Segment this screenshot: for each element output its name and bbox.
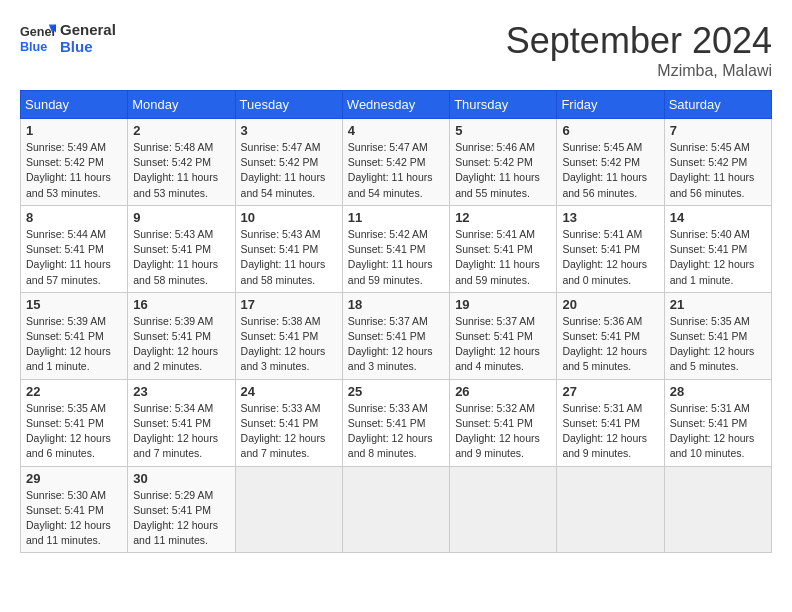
day-number: 13 (562, 210, 658, 225)
day-info: Sunrise: 5:41 AMSunset: 5:41 PMDaylight:… (455, 227, 551, 288)
day-info: Sunrise: 5:47 AMSunset: 5:42 PMDaylight:… (241, 140, 337, 201)
day-number: 12 (455, 210, 551, 225)
day-number: 15 (26, 297, 122, 312)
calendar-cell: 10Sunrise: 5:43 AMSunset: 5:41 PMDayligh… (235, 205, 342, 292)
calendar-cell: 1Sunrise: 5:49 AMSunset: 5:42 PMDaylight… (21, 119, 128, 206)
day-info: Sunrise: 5:46 AMSunset: 5:42 PMDaylight:… (455, 140, 551, 201)
day-number: 20 (562, 297, 658, 312)
calendar-cell: 27Sunrise: 5:31 AMSunset: 5:41 PMDayligh… (557, 379, 664, 466)
day-info: Sunrise: 5:43 AMSunset: 5:41 PMDaylight:… (133, 227, 229, 288)
calendar-table: SundayMondayTuesdayWednesdayThursdayFrid… (20, 90, 772, 553)
day-info: Sunrise: 5:36 AMSunset: 5:41 PMDaylight:… (562, 314, 658, 375)
day-info: Sunrise: 5:40 AMSunset: 5:41 PMDaylight:… (670, 227, 766, 288)
calendar-week-2: 8Sunrise: 5:44 AMSunset: 5:41 PMDaylight… (21, 205, 772, 292)
calendar-cell: 25Sunrise: 5:33 AMSunset: 5:41 PMDayligh… (342, 379, 449, 466)
day-number: 4 (348, 123, 444, 138)
day-number: 25 (348, 384, 444, 399)
day-info: Sunrise: 5:29 AMSunset: 5:41 PMDaylight:… (133, 488, 229, 549)
day-number: 3 (241, 123, 337, 138)
day-info: Sunrise: 5:48 AMSunset: 5:42 PMDaylight:… (133, 140, 229, 201)
calendar-cell: 26Sunrise: 5:32 AMSunset: 5:41 PMDayligh… (450, 379, 557, 466)
day-number: 18 (348, 297, 444, 312)
logo: General Blue General Blue (20, 20, 116, 56)
day-info: Sunrise: 5:37 AMSunset: 5:41 PMDaylight:… (348, 314, 444, 375)
day-number: 6 (562, 123, 658, 138)
calendar-cell: 30Sunrise: 5:29 AMSunset: 5:41 PMDayligh… (128, 466, 235, 553)
day-number: 30 (133, 471, 229, 486)
calendar-cell (450, 466, 557, 553)
calendar-week-3: 15Sunrise: 5:39 AMSunset: 5:41 PMDayligh… (21, 292, 772, 379)
calendar-cell: 8Sunrise: 5:44 AMSunset: 5:41 PMDaylight… (21, 205, 128, 292)
calendar-header-row: SundayMondayTuesdayWednesdayThursdayFrid… (21, 91, 772, 119)
day-info: Sunrise: 5:33 AMSunset: 5:41 PMDaylight:… (348, 401, 444, 462)
day-info: Sunrise: 5:37 AMSunset: 5:41 PMDaylight:… (455, 314, 551, 375)
day-info: Sunrise: 5:39 AMSunset: 5:41 PMDaylight:… (133, 314, 229, 375)
svg-text:Blue: Blue (20, 40, 47, 54)
day-info: Sunrise: 5:30 AMSunset: 5:41 PMDaylight:… (26, 488, 122, 549)
calendar-cell: 23Sunrise: 5:34 AMSunset: 5:41 PMDayligh… (128, 379, 235, 466)
day-number: 21 (670, 297, 766, 312)
day-info: Sunrise: 5:49 AMSunset: 5:42 PMDaylight:… (26, 140, 122, 201)
calendar-cell (664, 466, 771, 553)
logo-icon: General Blue (20, 20, 56, 56)
calendar-cell: 14Sunrise: 5:40 AMSunset: 5:41 PMDayligh… (664, 205, 771, 292)
calendar-cell: 3Sunrise: 5:47 AMSunset: 5:42 PMDaylight… (235, 119, 342, 206)
calendar-cell (235, 466, 342, 553)
column-header-tuesday: Tuesday (235, 91, 342, 119)
calendar-cell: 20Sunrise: 5:36 AMSunset: 5:41 PMDayligh… (557, 292, 664, 379)
page-header: General Blue General Blue September 2024… (20, 20, 772, 80)
calendar-cell: 29Sunrise: 5:30 AMSunset: 5:41 PMDayligh… (21, 466, 128, 553)
calendar-cell: 11Sunrise: 5:42 AMSunset: 5:41 PMDayligh… (342, 205, 449, 292)
column-header-wednesday: Wednesday (342, 91, 449, 119)
calendar-cell: 7Sunrise: 5:45 AMSunset: 5:42 PMDaylight… (664, 119, 771, 206)
day-number: 11 (348, 210, 444, 225)
day-info: Sunrise: 5:35 AMSunset: 5:41 PMDaylight:… (670, 314, 766, 375)
day-number: 9 (133, 210, 229, 225)
calendar-week-5: 29Sunrise: 5:30 AMSunset: 5:41 PMDayligh… (21, 466, 772, 553)
day-number: 8 (26, 210, 122, 225)
calendar-cell: 22Sunrise: 5:35 AMSunset: 5:41 PMDayligh… (21, 379, 128, 466)
calendar-cell: 19Sunrise: 5:37 AMSunset: 5:41 PMDayligh… (450, 292, 557, 379)
calendar-cell: 5Sunrise: 5:46 AMSunset: 5:42 PMDaylight… (450, 119, 557, 206)
day-number: 29 (26, 471, 122, 486)
day-info: Sunrise: 5:34 AMSunset: 5:41 PMDaylight:… (133, 401, 229, 462)
logo-general: General (60, 21, 116, 38)
calendar-cell: 13Sunrise: 5:41 AMSunset: 5:41 PMDayligh… (557, 205, 664, 292)
day-number: 22 (26, 384, 122, 399)
day-number: 7 (670, 123, 766, 138)
month-title: September 2024 (506, 20, 772, 62)
title-block: September 2024 Mzimba, Malawi (506, 20, 772, 80)
calendar-cell: 4Sunrise: 5:47 AMSunset: 5:42 PMDaylight… (342, 119, 449, 206)
day-info: Sunrise: 5:38 AMSunset: 5:41 PMDaylight:… (241, 314, 337, 375)
column-header-thursday: Thursday (450, 91, 557, 119)
calendar-cell: 15Sunrise: 5:39 AMSunset: 5:41 PMDayligh… (21, 292, 128, 379)
location: Mzimba, Malawi (506, 62, 772, 80)
day-number: 16 (133, 297, 229, 312)
calendar-cell: 9Sunrise: 5:43 AMSunset: 5:41 PMDaylight… (128, 205, 235, 292)
day-info: Sunrise: 5:44 AMSunset: 5:41 PMDaylight:… (26, 227, 122, 288)
day-number: 23 (133, 384, 229, 399)
calendar-cell: 17Sunrise: 5:38 AMSunset: 5:41 PMDayligh… (235, 292, 342, 379)
day-number: 10 (241, 210, 337, 225)
day-info: Sunrise: 5:45 AMSunset: 5:42 PMDaylight:… (670, 140, 766, 201)
day-number: 24 (241, 384, 337, 399)
calendar-week-1: 1Sunrise: 5:49 AMSunset: 5:42 PMDaylight… (21, 119, 772, 206)
day-info: Sunrise: 5:42 AMSunset: 5:41 PMDaylight:… (348, 227, 444, 288)
day-info: Sunrise: 5:39 AMSunset: 5:41 PMDaylight:… (26, 314, 122, 375)
day-number: 2 (133, 123, 229, 138)
day-number: 5 (455, 123, 551, 138)
day-info: Sunrise: 5:41 AMSunset: 5:41 PMDaylight:… (562, 227, 658, 288)
calendar-cell: 16Sunrise: 5:39 AMSunset: 5:41 PMDayligh… (128, 292, 235, 379)
day-info: Sunrise: 5:32 AMSunset: 5:41 PMDaylight:… (455, 401, 551, 462)
calendar-cell: 18Sunrise: 5:37 AMSunset: 5:41 PMDayligh… (342, 292, 449, 379)
day-number: 19 (455, 297, 551, 312)
day-number: 14 (670, 210, 766, 225)
day-info: Sunrise: 5:45 AMSunset: 5:42 PMDaylight:… (562, 140, 658, 201)
calendar-cell: 6Sunrise: 5:45 AMSunset: 5:42 PMDaylight… (557, 119, 664, 206)
day-info: Sunrise: 5:31 AMSunset: 5:41 PMDaylight:… (670, 401, 766, 462)
calendar-cell: 28Sunrise: 5:31 AMSunset: 5:41 PMDayligh… (664, 379, 771, 466)
logo-blue: Blue (60, 38, 116, 55)
day-number: 27 (562, 384, 658, 399)
day-number: 28 (670, 384, 766, 399)
day-info: Sunrise: 5:47 AMSunset: 5:42 PMDaylight:… (348, 140, 444, 201)
